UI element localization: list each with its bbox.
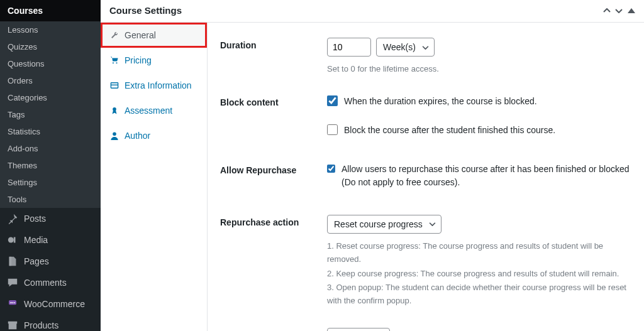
block-finished-text: Block the course after the student finis… [344, 124, 555, 136]
svg-text:woo: woo [9, 301, 16, 304]
product-icon [6, 319, 19, 331]
svg-point-9 [113, 107, 116, 111]
repurchase-label: Allow Repurchase [220, 163, 327, 175]
repurchase-action-value: Reset course progress [334, 219, 423, 229]
menu-posts[interactable]: Posts [0, 208, 101, 229]
repurchase-action-select[interactable]: Reset course progress [327, 215, 441, 234]
svg-point-0 [8, 237, 14, 243]
block-label: Block content [220, 95, 327, 107]
course-settings-panel: Course Settings General [101, 0, 644, 331]
menu-label: WooCommerce [24, 299, 85, 309]
tab-label: Assessment [125, 106, 172, 116]
row-allow-repurchase: Allow Repurchase Allow users to repurcha… [220, 163, 631, 196]
panel-header: Course Settings [101, 0, 644, 23]
tab-label: Pricing [125, 55, 152, 65]
row-duration: Duration Week(s) Set to 0 for the lif [220, 38, 631, 76]
submenu-questions[interactable]: Questions [0, 55, 101, 72]
panel-move-up-icon[interactable] [603, 8, 611, 13]
user-icon [109, 131, 119, 141]
svg-point-10 [113, 132, 116, 136]
sidebar-current[interactable]: Courses [0, 0, 101, 21]
page-icon [6, 255, 19, 268]
svg-point-5 [113, 62, 114, 63]
submenu-tags[interactable]: Tags [0, 106, 101, 123]
duration-unit-value: Week(s) [383, 42, 416, 52]
level-label: Level [220, 328, 327, 331]
tab-extra-information[interactable]: Extra Information [101, 73, 207, 98]
duration-label: Duration [220, 38, 327, 50]
menu-label: Posts [24, 214, 46, 224]
block-expires-text: When the duration expires, the course is… [344, 95, 537, 107]
comment-icon [6, 276, 19, 289]
menu-label: Products [24, 320, 58, 330]
row-block-content: Block content When the duration expires,… [220, 95, 631, 144]
row-repurchase-action: Repurchase action Reset course progress … [220, 215, 631, 309]
submenu-lessons[interactable]: Lessons [0, 21, 101, 38]
duration-hint: Set to 0 for the lifetime access. [327, 63, 631, 76]
tab-label: Extra Information [125, 80, 192, 90]
block-finished-checkbox-row[interactable]: Block the course after the student finis… [327, 124, 631, 136]
cart-icon [109, 55, 119, 65]
submenu-tools[interactable]: Tools [0, 191, 101, 208]
block-expires-checkbox[interactable] [327, 95, 338, 106]
submenu-quizzes[interactable]: Quizzes [0, 38, 101, 55]
block-expires-checkbox-row[interactable]: When the duration expires, the course is… [327, 95, 631, 107]
chevron-down-icon [429, 222, 436, 226]
media-icon [6, 234, 19, 246]
menu-label: Comments [24, 278, 67, 288]
svg-rect-3 [9, 323, 17, 329]
submenu-statistics[interactable]: Statistics [0, 123, 101, 140]
submenu-addons[interactable]: Add-ons [0, 140, 101, 157]
block-finished-checkbox[interactable] [327, 124, 338, 135]
wp-admin-sidebar: Courses Lessons Quizzes Questions Orders… [0, 0, 101, 331]
wrench-icon [109, 30, 119, 40]
tab-author[interactable]: Author [101, 123, 207, 148]
panel-collapse-icon[interactable] [628, 8, 635, 13]
tab-label: Author [125, 131, 150, 141]
svg-rect-4 [8, 322, 17, 324]
svg-point-6 [116, 62, 117, 63]
submenu-settings[interactable]: Settings [0, 174, 101, 191]
repurchase-action-label: Repurchase action [220, 215, 327, 227]
settings-form: Duration Week(s) Set to 0 for the lif [208, 23, 644, 331]
duration-unit-select[interactable]: Week(s) [376, 38, 435, 57]
submenu-orders[interactable]: Orders [0, 72, 101, 89]
menu-products[interactable]: Products [0, 315, 101, 331]
level-select[interactable]: Beginner [327, 328, 390, 331]
card-icon [109, 80, 119, 90]
pin-icon [6, 212, 19, 225]
row-level: Level Beginner Choose a difficulty level… [220, 328, 631, 331]
repurchase-text: Allow users to repurchase this course af… [341, 163, 631, 188]
repurchase-checkbox[interactable] [327, 163, 335, 174]
repurchase-action-hint: 1. Reset course progress: The course pro… [327, 240, 631, 308]
submenu-categories[interactable]: Categories [0, 89, 101, 106]
submenu-themes[interactable]: Themes [0, 157, 101, 174]
tab-pricing[interactable]: Pricing [101, 48, 207, 73]
menu-label: Media [24, 235, 48, 245]
menu-pages[interactable]: Pages [0, 251, 101, 272]
menu-label: Pages [24, 256, 49, 266]
woo-icon: woo [6, 298, 19, 310]
ribbon-icon [109, 106, 119, 116]
menu-media[interactable]: Media [0, 229, 101, 251]
repurchase-checkbox-row[interactable]: Allow users to repurchase this course af… [327, 163, 631, 188]
tab-general[interactable]: General [101, 23, 207, 48]
menu-comments[interactable]: Comments [0, 272, 101, 293]
panel-move-down-icon[interactable] [615, 8, 623, 13]
menu-woocommerce[interactable]: woo WooCommerce [0, 293, 101, 315]
chevron-down-icon [422, 45, 429, 50]
duration-input[interactable] [327, 38, 371, 57]
tab-assessment[interactable]: Assessment [101, 98, 207, 123]
tab-label: General [125, 30, 156, 40]
settings-tabs: General Pricing Extra Information [101, 23, 208, 331]
panel-title: Course Settings [109, 5, 182, 16]
panel-header-actions [601, 6, 635, 15]
sidebar-submenu: Lessons Quizzes Questions Orders Categor… [0, 21, 101, 208]
